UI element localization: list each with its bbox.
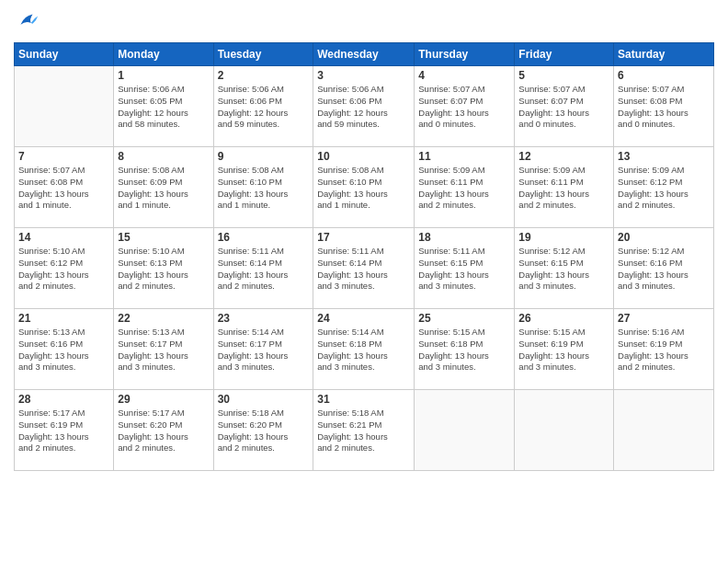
day-number: 17: [317, 231, 410, 244]
calendar-cell: 4Sunrise: 5:07 AM Sunset: 6:07 PM Daylig…: [415, 66, 515, 147]
day-info: Sunrise: 5:10 AM Sunset: 6:13 PM Dayligh…: [118, 246, 209, 293]
calendar-cell: 16Sunrise: 5:11 AM Sunset: 6:14 PM Dayli…: [213, 228, 313, 309]
calendar-header-sunday: Sunday: [15, 43, 114, 66]
calendar-week-row: 1Sunrise: 5:06 AM Sunset: 6:05 PM Daylig…: [15, 66, 714, 147]
calendar-cell: 9Sunrise: 5:08 AM Sunset: 6:10 PM Daylig…: [213, 147, 313, 228]
day-number: 3: [317, 69, 410, 82]
day-info: Sunrise: 5:09 AM Sunset: 6:12 PM Dayligh…: [618, 165, 710, 212]
day-info: Sunrise: 5:08 AM Sunset: 6:09 PM Dayligh…: [118, 165, 209, 212]
calendar-week-row: 21Sunrise: 5:13 AM Sunset: 6:16 PM Dayli…: [15, 309, 714, 390]
day-info: Sunrise: 5:13 AM Sunset: 6:17 PM Dayligh…: [118, 327, 209, 373]
calendar-week-row: 14Sunrise: 5:10 AM Sunset: 6:12 PM Dayli…: [15, 228, 714, 309]
day-info: Sunrise: 5:18 AM Sunset: 6:21 PM Dayligh…: [317, 408, 410, 454]
day-info: Sunrise: 5:16 AM Sunset: 6:19 PM Dayligh…: [618, 327, 710, 373]
day-info: Sunrise: 5:11 AM Sunset: 6:14 PM Dayligh…: [218, 246, 310, 293]
day-info: Sunrise: 5:11 AM Sunset: 6:14 PM Dayligh…: [317, 246, 410, 293]
day-info: Sunrise: 5:08 AM Sunset: 6:10 PM Dayligh…: [317, 165, 410, 212]
day-number: 18: [418, 231, 510, 244]
calendar-header-friday: Friday: [515, 43, 614, 66]
day-info: Sunrise: 5:15 AM Sunset: 6:18 PM Dayligh…: [418, 327, 510, 373]
calendar-cell: 15Sunrise: 5:10 AM Sunset: 6:13 PM Dayli…: [114, 228, 213, 309]
day-number: 30: [218, 393, 310, 406]
day-info: Sunrise: 5:06 AM Sunset: 6:05 PM Dayligh…: [118, 84, 209, 131]
day-info: Sunrise: 5:07 AM Sunset: 6:08 PM Dayligh…: [618, 84, 710, 131]
day-info: Sunrise: 5:09 AM Sunset: 6:11 PM Dayligh…: [418, 165, 510, 212]
calendar-header-thursday: Thursday: [415, 43, 515, 66]
day-info: Sunrise: 5:14 AM Sunset: 6:17 PM Dayligh…: [218, 327, 310, 373]
day-number: 20: [618, 231, 710, 244]
calendar-cell: 6Sunrise: 5:07 AM Sunset: 6:08 PM Daylig…: [614, 66, 714, 147]
calendar-cell: 22Sunrise: 5:13 AM Sunset: 6:17 PM Dayli…: [114, 309, 213, 390]
page-container: SundayMondayTuesdayWednesdayThursdayFrid…: [0, 0, 728, 480]
calendar-header-monday: Monday: [114, 43, 213, 66]
calendar-week-row: 7Sunrise: 5:07 AM Sunset: 6:08 PM Daylig…: [15, 147, 714, 228]
day-number: 13: [618, 150, 710, 163]
calendar-cell: [415, 390, 515, 471]
day-info: Sunrise: 5:06 AM Sunset: 6:06 PM Dayligh…: [317, 84, 410, 131]
day-number: 5: [518, 69, 609, 82]
calendar-cell: 20Sunrise: 5:12 AM Sunset: 6:16 PM Dayli…: [614, 228, 714, 309]
day-info: Sunrise: 5:07 AM Sunset: 6:07 PM Dayligh…: [418, 84, 510, 131]
day-number: 2: [218, 69, 310, 82]
calendar-cell: 26Sunrise: 5:15 AM Sunset: 6:19 PM Dayli…: [515, 309, 614, 390]
day-number: 16: [218, 231, 310, 244]
day-info: Sunrise: 5:09 AM Sunset: 6:11 PM Dayligh…: [518, 165, 609, 212]
day-number: 10: [317, 150, 410, 163]
day-info: Sunrise: 5:17 AM Sunset: 6:19 PM Dayligh…: [18, 408, 109, 454]
day-info: Sunrise: 5:12 AM Sunset: 6:15 PM Dayligh…: [518, 246, 609, 293]
calendar-cell: 8Sunrise: 5:08 AM Sunset: 6:09 PM Daylig…: [114, 147, 213, 228]
calendar-cell: 24Sunrise: 5:14 AM Sunset: 6:18 PM Dayli…: [313, 309, 415, 390]
calendar-header-row: SundayMondayTuesdayWednesdayThursdayFrid…: [15, 43, 714, 66]
day-number: 4: [418, 69, 510, 82]
calendar-cell: 12Sunrise: 5:09 AM Sunset: 6:11 PM Dayli…: [515, 147, 614, 228]
calendar-cell: 7Sunrise: 5:07 AM Sunset: 6:08 PM Daylig…: [15, 147, 114, 228]
calendar-cell: 5Sunrise: 5:07 AM Sunset: 6:07 PM Daylig…: [515, 66, 614, 147]
calendar-cell: 27Sunrise: 5:16 AM Sunset: 6:19 PM Dayli…: [614, 309, 714, 390]
calendar-header-wednesday: Wednesday: [313, 43, 415, 66]
day-number: 8: [118, 150, 209, 163]
calendar-cell: 29Sunrise: 5:17 AM Sunset: 6:20 PM Dayli…: [114, 390, 213, 471]
day-info: Sunrise: 5:11 AM Sunset: 6:15 PM Dayligh…: [418, 246, 510, 293]
day-info: Sunrise: 5:18 AM Sunset: 6:20 PM Dayligh…: [218, 408, 310, 454]
day-info: Sunrise: 5:13 AM Sunset: 6:16 PM Dayligh…: [18, 327, 109, 373]
day-number: 24: [317, 312, 410, 325]
calendar-cell: 2Sunrise: 5:06 AM Sunset: 6:06 PM Daylig…: [213, 66, 313, 147]
calendar-cell: 13Sunrise: 5:09 AM Sunset: 6:12 PM Dayli…: [614, 147, 714, 228]
calendar-header-saturday: Saturday: [614, 43, 714, 66]
calendar-cell: 28Sunrise: 5:17 AM Sunset: 6:19 PM Dayli…: [15, 390, 114, 471]
day-number: 11: [418, 150, 510, 163]
day-info: Sunrise: 5:06 AM Sunset: 6:06 PM Dayligh…: [218, 84, 310, 131]
calendar-week-row: 28Sunrise: 5:17 AM Sunset: 6:19 PM Dayli…: [15, 390, 714, 471]
logo-bird-icon: [14, 9, 40, 35]
calendar-cell: 25Sunrise: 5:15 AM Sunset: 6:18 PM Dayli…: [415, 309, 515, 390]
day-number: 21: [18, 312, 109, 325]
header: [14, 9, 714, 35]
day-number: 29: [118, 393, 209, 406]
calendar-cell: 1Sunrise: 5:06 AM Sunset: 6:05 PM Daylig…: [114, 66, 213, 147]
day-info: Sunrise: 5:15 AM Sunset: 6:19 PM Dayligh…: [518, 327, 609, 373]
day-number: 26: [518, 312, 609, 325]
day-number: 9: [218, 150, 310, 163]
day-info: Sunrise: 5:12 AM Sunset: 6:16 PM Dayligh…: [618, 246, 710, 293]
calendar-cell: 18Sunrise: 5:11 AM Sunset: 6:15 PM Dayli…: [415, 228, 515, 309]
calendar-cell: 31Sunrise: 5:18 AM Sunset: 6:21 PM Dayli…: [313, 390, 415, 471]
calendar-cell: 10Sunrise: 5:08 AM Sunset: 6:10 PM Dayli…: [313, 147, 415, 228]
day-info: Sunrise: 5:14 AM Sunset: 6:18 PM Dayligh…: [317, 327, 410, 373]
day-number: 12: [518, 150, 609, 163]
day-info: Sunrise: 5:08 AM Sunset: 6:10 PM Dayligh…: [218, 165, 310, 212]
calendar-cell: 21Sunrise: 5:13 AM Sunset: 6:16 PM Dayli…: [15, 309, 114, 390]
calendar-cell: 3Sunrise: 5:06 AM Sunset: 6:06 PM Daylig…: [313, 66, 415, 147]
day-info: Sunrise: 5:07 AM Sunset: 6:07 PM Dayligh…: [518, 84, 609, 131]
day-number: 19: [518, 231, 609, 244]
day-number: 1: [118, 69, 209, 82]
calendar-cell: 30Sunrise: 5:18 AM Sunset: 6:20 PM Dayli…: [213, 390, 313, 471]
day-info: Sunrise: 5:07 AM Sunset: 6:08 PM Dayligh…: [18, 165, 109, 212]
day-number: 22: [118, 312, 209, 325]
calendar-cell: 17Sunrise: 5:11 AM Sunset: 6:14 PM Dayli…: [313, 228, 415, 309]
calendar-cell: [515, 390, 614, 471]
day-number: 25: [418, 312, 510, 325]
day-number: 6: [618, 69, 710, 82]
calendar-cell: [15, 66, 114, 147]
day-number: 7: [18, 150, 109, 163]
calendar-cell: [614, 390, 714, 471]
